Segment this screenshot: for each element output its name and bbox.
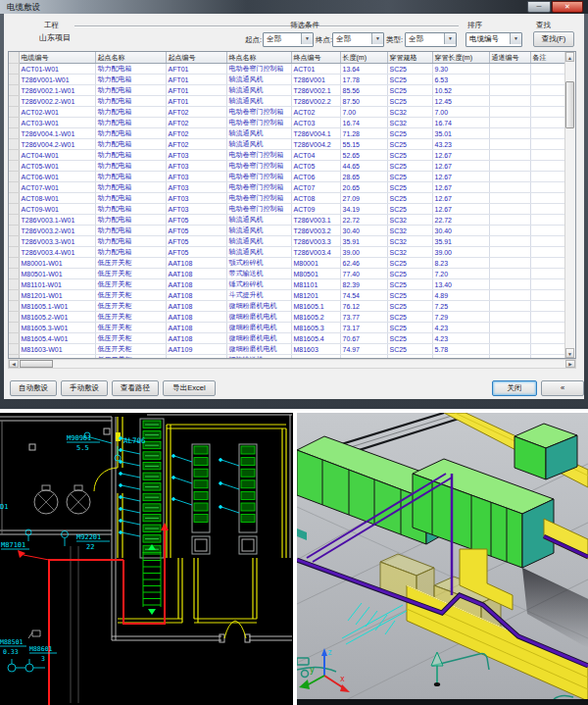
table-row[interactable]: T286V004.1-W01 动力配电箱 AFT02 轴流通风机 T286V00…: [9, 128, 567, 139]
table-row[interactable]: ACT09-W01 动力配电箱 AFT03 电动卷帘门控制箱 ACT09 34.…: [9, 204, 567, 215]
row-selector[interactable]: [9, 172, 19, 182]
row-selector[interactable]: [9, 139, 19, 150]
column-header[interactable]: 长度(m): [340, 52, 387, 64]
column-header[interactable]: 终点编号: [291, 52, 340, 64]
sort-select[interactable]: 电缆编号 ▼: [466, 32, 522, 47]
row-selector[interactable]: [9, 269, 19, 279]
search-button[interactable]: 查找(F): [533, 31, 574, 47]
row-selector[interactable]: [9, 279, 19, 290]
iso-view-canvas[interactable]: z x y: [297, 413, 588, 705]
table-row[interactable]: T286V001-W01 动力配电箱 AFT01 轴流通风机 T286V001 …: [9, 75, 567, 85]
horizontal-scrollbar[interactable]: ◀ ▶: [8, 359, 576, 369]
table-row[interactable]: T286V004.2-W01 动力配电箱 AFT02 轴流通风机 T286V00…: [9, 139, 567, 150]
row-selector[interactable]: [9, 215, 19, 226]
row-selector[interactable]: [9, 161, 19, 172]
table-row[interactable]: T286V003.2-W01 动力配电箱 AFT05 轴流通风机 T286V00…: [9, 226, 567, 236]
table-row[interactable]: M81605.2-W01 低压开关柜 AAT108 微细粉磨机电机 M81605…: [9, 312, 567, 323]
plan-view-canvas[interactable]: M90901 5.5 AL706 M92201 22 M87101 D1 M88…: [0, 413, 293, 705]
row-selector[interactable]: [9, 301, 19, 312]
row-selector[interactable]: [9, 344, 19, 355]
row-selector[interactable]: [9, 75, 19, 85]
row-selector[interactable]: [9, 236, 19, 247]
cell-cable-no: ACT01-W01: [19, 64, 95, 75]
vertical-scroll-thumb[interactable]: [565, 81, 574, 128]
column-header[interactable]: 起点编号: [166, 52, 226, 64]
cell-end-code: T286V003.3: [291, 236, 340, 247]
dialog-titlebar[interactable]: 电缆敷设 ─ ✕: [0, 0, 588, 14]
row-selector[interactable]: [9, 64, 19, 75]
row-selector[interactable]: [9, 323, 19, 333]
row-selector[interactable]: [9, 118, 19, 128]
export-excel-button[interactable]: 导出Excel: [163, 380, 216, 396]
table-row[interactable]: T286V002.1-W01 动力配电箱 AFT01 轴流通风机 T286V00…: [9, 85, 567, 96]
table-row[interactable]: M81605.1-W01 低压开关柜 AAT108 微细粉磨机电机 M81605…: [9, 301, 567, 312]
column-header[interactable]: 穿管规格: [387, 52, 432, 64]
row-selector[interactable]: [9, 226, 19, 236]
column-header[interactable]: 通道编号: [489, 52, 530, 64]
table-row[interactable]: ACT02-W01 动力配电箱 AFT02 电动卷帘门控制箱 ACT02 7.0…: [9, 107, 567, 118]
column-header[interactable]: 穿管长度(m): [432, 52, 489, 64]
row-selector[interactable]: [9, 204, 19, 215]
scroll-up-icon[interactable]: ▲: [565, 52, 574, 62]
horizontal-scroll-thumb[interactable]: [20, 360, 53, 368]
vertical-scrollbar[interactable]: ▲ ▼: [564, 52, 575, 358]
select-all-corner[interactable]: [9, 52, 19, 64]
chevron-down-icon[interactable]: ▼: [371, 33, 383, 44]
row-selector[interactable]: [9, 290, 19, 301]
collapse-button[interactable]: «: [541, 380, 584, 396]
table-row[interactable]: M81605.4-W01 低压开关柜 AAT108 微细粉磨机电机 M81605…: [9, 333, 567, 344]
table-row[interactable]: T286V003.4-W01 动力配电箱 AFT05 轴流通风机 T286V00…: [9, 247, 567, 258]
auto-lay-button[interactable]: 自动敷设: [10, 380, 57, 396]
manual-lay-button[interactable]: 手动敷设: [61, 380, 108, 396]
minimize-button[interactable]: ─: [527, 1, 551, 13]
chevron-down-icon[interactable]: ▼: [510, 33, 521, 44]
row-selector[interactable]: [9, 312, 19, 323]
cell-start-name: 动力配电箱: [95, 182, 166, 193]
close-window-button[interactable]: ✕: [552, 1, 583, 13]
table-row[interactable]: ACT07-W01 动力配电箱 AFT03 电动卷帘门控制箱 ACT07 20.…: [9, 182, 567, 193]
table-row[interactable]: M80001-W01 低压开关柜 AAT108 颚式粉碎机 M80001 62.…: [9, 258, 567, 269]
table-row[interactable]: ACT08-W01 动力配电箱 AFT03 电动卷帘门控制箱 ACT08 27.…: [9, 193, 567, 204]
table-row[interactable]: ACT03-W01 动力配电箱 AFT02 电动卷帘门控制箱 ACT03 16.…: [9, 118, 567, 128]
table-row[interactable]: M81201-W01 低压开关柜 AAT108 斗式提升机 M81201 74.…: [9, 290, 567, 301]
table-row[interactable]: ACT01-W01 动力配电箱 AFT01 电动卷帘门控制箱 ACT01 13.…: [9, 64, 567, 75]
row-selector[interactable]: [9, 333, 19, 344]
end-point-select[interactable]: 全部 ▼: [332, 32, 384, 47]
row-selector[interactable]: [9, 107, 19, 118]
start-point-select[interactable]: 全部 ▼: [263, 32, 314, 47]
table-row[interactable]: M81101-W01 低压开关柜 AAT108 锤式粉碎机 M81101 82.…: [9, 279, 567, 290]
table-row[interactable]: M80501-W01 低压开关柜 AAT108 带式输送机 M80501 77.…: [9, 269, 567, 279]
chevron-down-icon[interactable]: ▼: [444, 33, 456, 44]
row-selector[interactable]: [9, 247, 19, 258]
cell-channel: [489, 344, 530, 355]
table-row[interactable]: T286V002.2-W01 动力配电箱 AFT01 轴流通风机 T286V00…: [9, 96, 567, 107]
row-selector[interactable]: [9, 150, 19, 161]
column-header[interactable]: 终点名称: [226, 52, 291, 64]
column-header[interactable]: 备注: [530, 52, 567, 64]
column-header[interactable]: 起点名称: [95, 52, 166, 64]
scroll-right-icon[interactable]: ▶: [565, 360, 575, 368]
row-selector[interactable]: [9, 182, 19, 193]
table-row[interactable]: ACT05-W01 动力配电箱 AFT03 电动卷帘门控制箱 ACT05 44.…: [9, 161, 567, 172]
scroll-down-icon[interactable]: ▼: [565, 348, 574, 358]
row-selector[interactable]: [9, 85, 19, 96]
row-selector[interactable]: [9, 128, 19, 139]
column-header[interactable]: 电缆编号: [19, 52, 95, 64]
row-selector[interactable]: [9, 258, 19, 269]
table-row[interactable]: T286V003.1-W01 动力配电箱 AFT05 轴流通风机 T286V00…: [9, 215, 567, 226]
row-selector[interactable]: [9, 193, 19, 204]
cell-remark: [530, 107, 567, 118]
row-selector[interactable]: [9, 96, 19, 107]
type-select[interactable]: 全部 ▼: [405, 32, 457, 47]
table-row[interactable]: ACT06-W01 动力配电箱 AFT03 电动卷帘门控制箱 ACT06 28.…: [9, 172, 567, 182]
table-row[interactable]: M81603-W01 低压开关柜 AAT109 微细粉磨机电机 M81603 7…: [9, 344, 567, 355]
chevron-down-icon[interactable]: ▼: [301, 33, 313, 44]
scroll-left-icon[interactable]: ◀: [9, 360, 19, 368]
table-row[interactable]: M81605.3-W01 低压开关柜 AAT108 微细粉磨机电机 M81605…: [9, 323, 567, 333]
close-button[interactable]: 关闭: [492, 380, 537, 396]
table-row[interactable]: T286V003.3-W01 动力配电箱 AFT05 轴流通风机 T286V00…: [9, 236, 567, 247]
view-path-button[interactable]: 查看路径: [112, 380, 159, 396]
cell-channel: [489, 333, 530, 344]
dialog-title: 电缆敷设: [0, 2, 40, 12]
table-row[interactable]: ACT04-W01 动力配电箱 AFT03 电动卷帘门控制箱 ACT04 52.…: [9, 150, 567, 161]
